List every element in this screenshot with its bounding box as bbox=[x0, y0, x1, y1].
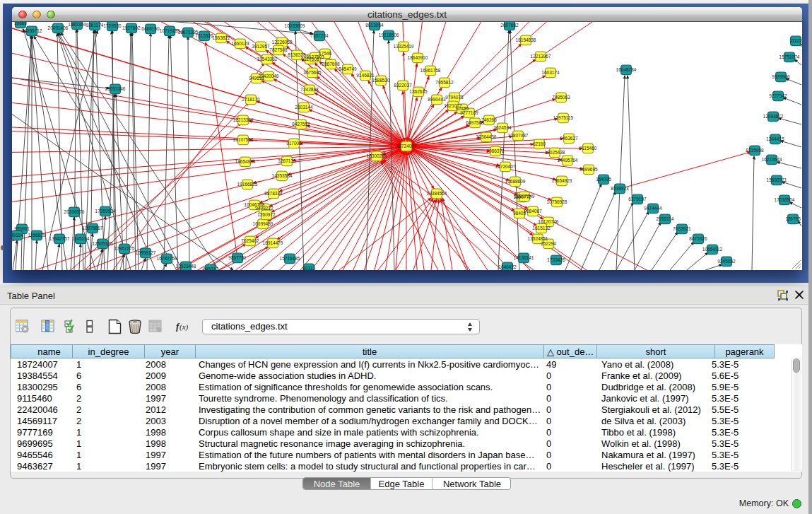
svg-text:1729530: 1729530 bbox=[103, 23, 122, 28]
svg-text:19218506: 19218506 bbox=[379, 33, 399, 37]
svg-text:7357234: 7357234 bbox=[310, 33, 329, 38]
svg-text:9777169: 9777169 bbox=[460, 110, 478, 115]
svg-text:19654984: 19654984 bbox=[235, 159, 256, 164]
svg-text:2603144: 2603144 bbox=[295, 105, 313, 110]
svg-text:1156829: 1156829 bbox=[28, 233, 46, 238]
svg-text:14353584: 14353584 bbox=[272, 173, 293, 178]
svg-text:19384554: 19384554 bbox=[427, 191, 447, 196]
svg-text:(x): (x) bbox=[180, 322, 189, 332]
svg-text:7632621: 7632621 bbox=[673, 226, 691, 231]
svg-text:16099489: 16099489 bbox=[253, 221, 273, 226]
svg-text:935001: 935001 bbox=[14, 226, 30, 231]
svg-text:9794078: 9794078 bbox=[445, 95, 464, 100]
svg-text:945012: 945012 bbox=[203, 267, 218, 270]
svg-text:20206576: 20206576 bbox=[64, 209, 85, 214]
svg-text:10107553: 10107553 bbox=[233, 137, 254, 142]
svg-text:17957275: 17957275 bbox=[114, 246, 135, 251]
svg-text:10654112: 10654112 bbox=[702, 247, 723, 252]
svg-text:7242848: 7242848 bbox=[300, 87, 319, 92]
svg-text:3675685: 3675685 bbox=[303, 70, 322, 75]
svg-text:62160: 62160 bbox=[533, 141, 546, 146]
svg-text:10688609: 10688609 bbox=[505, 179, 526, 184]
svg-text:39154: 39154 bbox=[12, 233, 23, 238]
svg-text:12213369: 12213369 bbox=[233, 117, 254, 122]
svg-text:1046422: 1046422 bbox=[498, 264, 517, 269]
svg-text:13942757: 13942757 bbox=[49, 236, 70, 241]
svg-text:16860: 16860 bbox=[14, 22, 27, 25]
svg-text:15751074: 15751074 bbox=[779, 54, 800, 59]
svg-text:9261174: 9261174 bbox=[86, 23, 104, 28]
svg-text:8990443: 8990443 bbox=[428, 97, 446, 102]
svg-text:9084067: 9084067 bbox=[524, 209, 542, 214]
svg-text:10543362: 10543362 bbox=[257, 57, 278, 62]
svg-text:8427552: 8427552 bbox=[292, 122, 310, 127]
svg-text:18640910: 18640910 bbox=[408, 55, 428, 60]
svg-text:9146821: 9146821 bbox=[356, 73, 375, 78]
svg-text:10033809: 10033809 bbox=[285, 23, 305, 28]
svg-text:12975115: 12975115 bbox=[553, 115, 574, 120]
svg-text:20053346: 20053346 bbox=[105, 86, 126, 91]
svg-text:7827508: 7827508 bbox=[269, 47, 288, 52]
svg-text:7485063: 7485063 bbox=[552, 95, 570, 100]
svg-text:6466160: 6466160 bbox=[141, 26, 160, 31]
svg-text:20091406: 20091406 bbox=[48, 25, 69, 30]
svg-text:16120746: 16120746 bbox=[539, 219, 559, 224]
svg-text:20364436: 20364436 bbox=[476, 134, 497, 139]
svg-text:16961758: 16961758 bbox=[420, 68, 441, 73]
svg-text:98405: 98405 bbox=[513, 211, 526, 216]
svg-text:7955812: 7955812 bbox=[435, 80, 454, 85]
svg-text:1260972: 1260972 bbox=[257, 212, 276, 217]
svg-text:12213967: 12213967 bbox=[531, 54, 551, 59]
svg-text:16914479: 16914479 bbox=[263, 240, 283, 245]
svg-text:252294: 252294 bbox=[541, 241, 556, 246]
svg-text:7515526: 7515526 bbox=[195, 33, 213, 38]
svg-text:9699695: 9699695 bbox=[579, 167, 598, 172]
svg-text:10975867: 10975867 bbox=[83, 226, 103, 230]
svg-text:14055712: 14055712 bbox=[22, 28, 42, 33]
svg-text:10025438: 10025438 bbox=[545, 150, 565, 155]
svg-text:9115460: 9115460 bbox=[579, 146, 597, 151]
svg-text:10958127: 10958127 bbox=[136, 250, 156, 255]
svg-text:18807249: 18807249 bbox=[514, 194, 535, 199]
svg-text:10719185: 10719185 bbox=[160, 28, 180, 33]
svg-text:2718170: 2718170 bbox=[242, 97, 260, 102]
svg-text:10807487: 10807487 bbox=[508, 133, 529, 138]
svg-text:13325419: 13325419 bbox=[394, 44, 414, 49]
svg-text:17359924: 17359924 bbox=[95, 209, 116, 214]
svg-text:746266: 746266 bbox=[481, 117, 497, 122]
svg-text:10756928: 10756928 bbox=[547, 199, 567, 204]
svg-text:14495764: 14495764 bbox=[558, 158, 578, 163]
svg-text:1145154: 1145154 bbox=[72, 236, 90, 241]
svg-text:2867608: 2867608 bbox=[322, 62, 340, 66]
svg-text:7625402: 7625402 bbox=[241, 238, 259, 243]
svg-text:8938923: 8938923 bbox=[611, 186, 629, 191]
svg-text:14136141: 14136141 bbox=[514, 255, 534, 260]
svg-text:8813054: 8813054 bbox=[365, 23, 384, 28]
svg-text:8322037: 8322037 bbox=[394, 83, 412, 88]
svg-text:1563822: 1563822 bbox=[212, 35, 230, 40]
svg-text:16154838: 16154838 bbox=[516, 37, 536, 42]
svg-text:8454749: 8454749 bbox=[339, 66, 357, 71]
svg-text:9498222: 9498222 bbox=[255, 206, 273, 211]
svg-text:8136328: 8136328 bbox=[288, 52, 306, 57]
svg-text:8878334: 8878334 bbox=[264, 191, 283, 196]
svg-text:1362635: 1362635 bbox=[409, 89, 428, 94]
svg-text:1588520: 1588520 bbox=[372, 78, 390, 83]
svg-text:7986372: 7986372 bbox=[486, 148, 505, 153]
svg-text:17016504: 17016504 bbox=[775, 197, 795, 202]
svg-text:9245052: 9245052 bbox=[717, 259, 736, 264]
svg-text:6379197: 6379197 bbox=[628, 197, 647, 201]
svg-text:16648784: 16648784 bbox=[616, 67, 637, 72]
svg-text:3624534: 3624534 bbox=[493, 125, 512, 130]
svg-text:1733426: 1733426 bbox=[547, 257, 565, 262]
svg-text:11122: 11122 bbox=[789, 38, 801, 43]
svg-text:12093872: 12093872 bbox=[763, 114, 784, 119]
svg-text:12923448: 12923448 bbox=[176, 264, 196, 269]
svg-text:2687682: 2687682 bbox=[500, 23, 519, 28]
svg-text:15716485: 15716485 bbox=[280, 256, 300, 261]
svg-text:19654923: 19654923 bbox=[552, 178, 572, 183]
svg-text:18300295: 18300295 bbox=[367, 153, 387, 158]
svg-text:3912957: 3912957 bbox=[252, 44, 270, 49]
svg-text:16210643: 16210643 bbox=[762, 157, 782, 162]
svg-text:164095: 164095 bbox=[596, 177, 611, 182]
